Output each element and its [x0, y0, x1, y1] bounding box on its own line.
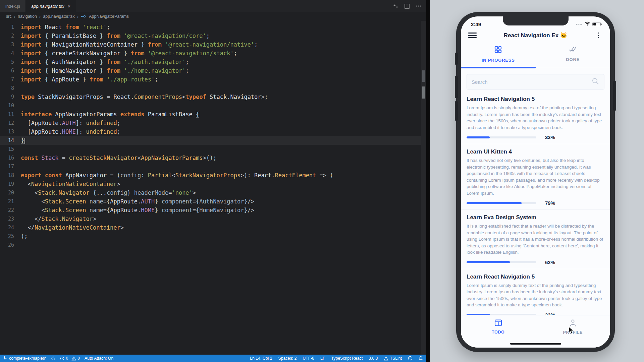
feedback-smiley-icon[interactable]: [408, 356, 413, 361]
warning-count: 0: [77, 356, 80, 361]
code-line[interactable]: 13 [AppRoute.HOME]: undefined;: [0, 127, 426, 136]
progress-bar-fill: [467, 136, 490, 138]
cursor-position-item[interactable]: Ln 14, Col 2: [250, 356, 272, 361]
code-line[interactable]: 23 </Stack.Navigator>: [0, 215, 426, 223]
code-text: export const AppNavigator = (config: Par…: [21, 171, 333, 180]
code-line[interactable]: 14}: [0, 136, 426, 145]
menu-hamburger-icon[interactable]: [468, 33, 477, 38]
code-editor-area[interactable]: 1import React from 'react';2import { Par…: [0, 21, 426, 355]
code-line[interactable]: 22 <Stack.Screen name={AppRoute.HOME} co…: [0, 206, 426, 215]
code-line[interactable]: 12 [AppRoute.AUTH]: undefined;: [0, 119, 426, 127]
code-line[interactable]: 19 <NavigationNativeContainer>: [0, 180, 426, 188]
code-line[interactable]: 8: [0, 84, 426, 93]
more-actions-icon[interactable]: [416, 5, 421, 7]
text-cursor: [24, 138, 25, 144]
code-line[interactable]: 17: [0, 162, 426, 171]
power-button: [613, 81, 616, 111]
todo-title: Learn UI Kitten 4: [467, 148, 604, 155]
line-number: 26: [0, 241, 21, 249]
code-line[interactable]: 10: [0, 101, 426, 110]
code-text: import React from 'react';: [21, 23, 110, 32]
tab-in-progress[interactable]: IN PROGRESS: [461, 46, 536, 68]
code-line[interactable]: 16const Stack = createStackNavigator<App…: [0, 154, 426, 162]
battery-icon: [592, 22, 601, 26]
todo-title: Learn React Navigation 5: [467, 96, 604, 103]
code-text: </Stack.Navigator>: [21, 215, 96, 223]
breadcrumb-item[interactable]: src: [6, 14, 12, 19]
line-number: 21: [0, 197, 21, 206]
sync-icon[interactable]: [51, 356, 55, 361]
wifi-icon: [584, 21, 590, 27]
phone-device-frame: 2:49 React Navigation Ex 🐱 IN PROGRESS: [456, 12, 615, 352]
editor-scrollbar[interactable]: [421, 21, 426, 355]
line-number: 11: [0, 110, 21, 119]
home-indicator[interactable]: [510, 343, 561, 345]
code-line[interactable]: 11interface AppNavigatorParams extends P…: [0, 110, 426, 119]
breadcrumb-item[interactable]: app.navigator.tsx: [43, 14, 75, 19]
ts-version-item[interactable]: 3.6.3: [369, 356, 378, 361]
code-text: <Stack.Screen name={AppRoute.HOME} compo…: [21, 206, 254, 215]
todo-item[interactable]: Learn UI Kitten 4 It has survived not on…: [461, 144, 610, 210]
progress-bar-fill: [467, 202, 522, 204]
todo-item[interactable]: Learn Eva Design System It is a long est…: [461, 210, 610, 269]
split-editor-icon[interactable]: [405, 4, 410, 9]
code-line[interactable]: 6import { HomeNavigator } from './home.n…: [0, 66, 426, 75]
chevron-right-icon: ›: [39, 14, 41, 19]
tab-done[interactable]: DONE: [536, 46, 610, 68]
code-line[interactable]: 18export const AppNavigator = (config: P…: [0, 171, 426, 180]
overflow-menu-icon[interactable]: [594, 33, 603, 39]
code-text: </NavigationNativeContainer>: [21, 223, 124, 232]
problems-item[interactable]: 0 0: [60, 356, 80, 361]
code-line[interactable]: 25);: [0, 232, 426, 241]
code-line[interactable]: 5import { AuthNavigator } from './auth.n…: [0, 58, 426, 66]
line-number: 19: [0, 180, 21, 188]
search-box[interactable]: [467, 74, 604, 89]
code-text: import { NavigationNativeContainer } fro…: [21, 40, 258, 49]
code-line[interactable]: 9type StackNavigatorProps = React.Compon…: [0, 93, 426, 101]
line-number: 10: [0, 101, 21, 110]
line-number: 9: [0, 93, 21, 101]
code-text: import { ParamListBase } from '@react-na…: [21, 32, 210, 40]
clock: 2:49: [471, 21, 481, 27]
search-input[interactable]: [472, 79, 591, 85]
code-line[interactable]: 7import { AppRoute } from './app-routes'…: [0, 75, 426, 84]
tab-index-js[interactable]: index.js: [0, 0, 26, 12]
layout-toggle-icon[interactable]: [393, 4, 398, 9]
eol-item[interactable]: LF: [320, 356, 325, 361]
todo-title: Learn Eva Design System: [467, 214, 604, 221]
scrollbar-thumb[interactable]: [422, 70, 425, 82]
tab-label: app.navigator.tsx: [31, 4, 64, 9]
line-number: 5: [0, 58, 21, 66]
indentation-item[interactable]: Spaces: 2: [278, 356, 297, 361]
code-line[interactable]: 21 <Stack.Screen name={AppRoute.AUTH} co…: [0, 197, 426, 206]
code-line[interactable]: 3import { NavigationNativeContainer } fr…: [0, 40, 426, 49]
code-line[interactable]: 20 <Stack.Navigator {...config} headerMo…: [0, 188, 426, 197]
close-icon[interactable]: ×: [68, 3, 71, 9]
app-top-bar: React Navigation Ex 🐱: [461, 28, 610, 42]
notifications-bell-icon[interactable]: [419, 356, 423, 361]
code-line[interactable]: 2import { ParamListBase } from '@react-n…: [0, 32, 426, 40]
language-mode-item[interactable]: TypeScript React: [331, 356, 363, 361]
tab-app-navigator-tsx[interactable]: app.navigator.tsx ×: [26, 0, 76, 12]
breadcrumb-item[interactable]: navigation: [18, 14, 37, 19]
encoding-item[interactable]: UTF-8: [303, 356, 314, 361]
todo-item[interactable]: Learn React Navigation 5 Lorem Ipsum is …: [461, 269, 610, 322]
grid-icon: [494, 46, 502, 55]
code-line[interactable]: 26: [0, 241, 426, 249]
code-line[interactable]: 24 </NavigationNativeContainer>: [0, 223, 426, 232]
breadcrumb-item[interactable]: AppNavigatorParams: [89, 14, 129, 19]
code-line[interactable]: 15: [0, 145, 426, 154]
code-line[interactable]: 4import { createStackNavigator } from '@…: [0, 49, 426, 58]
progress-bar-fill: [467, 261, 510, 263]
line-number: 16: [0, 154, 21, 162]
auto-attach-item[interactable]: Auto Attach: On: [85, 356, 113, 361]
git-branch-item[interactable]: complete-exmaples*: [3, 356, 46, 361]
code-text: );: [21, 232, 28, 241]
line-number: 6: [0, 66, 21, 75]
todo-item[interactable]: Learn React Navigation 5 Lorem Ipsum is …: [461, 92, 610, 144]
line-number: 13: [0, 127, 21, 136]
progress-bar: [467, 261, 536, 263]
tslint-item[interactable]: TSLint: [384, 356, 402, 361]
code-line[interactable]: 1import React from 'react';: [0, 23, 426, 32]
line-number: 18: [0, 171, 21, 180]
